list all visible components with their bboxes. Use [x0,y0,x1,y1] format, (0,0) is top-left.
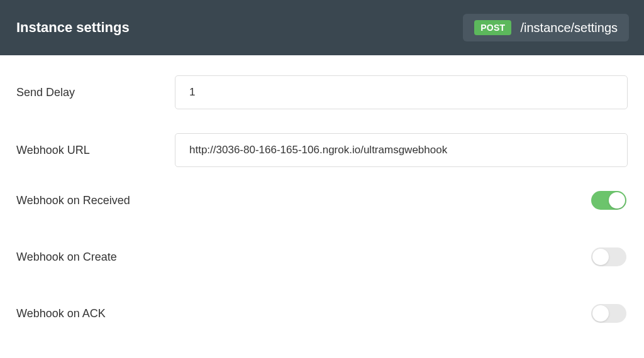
webhook-ack-toggle[interactable] [591,304,626,323]
webhook-create-toggle-wrap [175,247,628,266]
webhook-received-toggle-wrap [175,191,628,210]
webhook-ack-label: Webhook on ACK [16,307,175,320]
settings-form: Send Delay Webhook URL Webhook on Receiv… [0,55,644,323]
page-title: Instance settings [16,19,130,36]
toggle-knob [609,192,625,209]
webhook-url-input[interactable] [175,133,628,167]
webhook-url-row: Webhook URL [16,133,628,167]
toggle-knob [592,305,609,322]
webhook-ack-row: Webhook on ACK [16,304,628,323]
webhook-create-label: Webhook on Create [16,251,175,264]
send-delay-row: Send Delay [16,75,628,109]
send-delay-label: Send Delay [16,86,175,99]
webhook-ack-toggle-wrap [175,304,628,323]
send-delay-input[interactable] [175,75,628,109]
toggle-knob [592,249,609,265]
http-method-badge: POST [474,20,511,35]
page-header: Instance settings POST /instance/setting… [0,0,644,55]
webhook-create-toggle[interactable] [591,247,626,266]
webhook-create-row: Webhook on Create [16,247,628,266]
webhook-url-label: Webhook URL [16,144,175,157]
webhook-received-row: Webhook on Received [16,191,628,210]
webhook-received-label: Webhook on Received [16,194,175,207]
webhook-received-toggle[interactable] [591,191,626,210]
endpoint-path: /instance/settings [520,21,618,35]
endpoint-tag: POST /instance/settings [463,14,629,41]
